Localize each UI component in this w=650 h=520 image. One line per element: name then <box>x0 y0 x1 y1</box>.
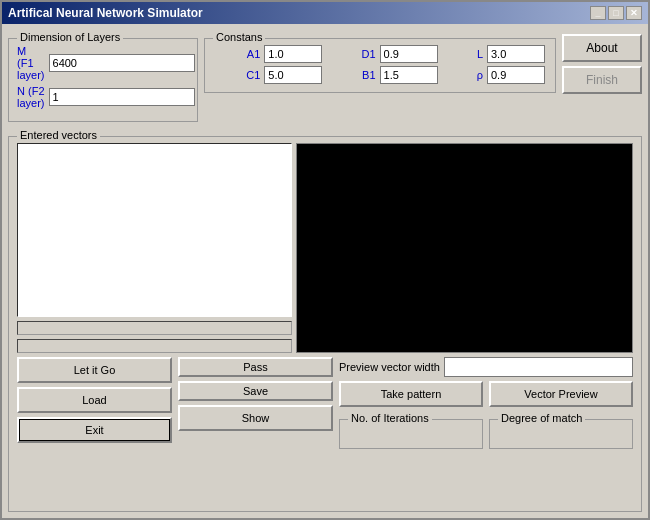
rho-label: ρ <box>444 69 483 81</box>
a1-input[interactable] <box>264 45 322 63</box>
top-row: Dimension of Layers M (F1 layer) N (F2 l… <box>8 30 642 122</box>
c1-label: C1 <box>213 69 260 81</box>
vector-list-area <box>17 143 292 353</box>
about-area: About Finish <box>562 34 642 94</box>
constants-grid: A1 D1 L C1 B1 ρ <box>213 45 547 84</box>
dimension-group-label: Dimension of Layers <box>17 31 123 43</box>
iterations-label: No. of Iterations <box>348 412 432 424</box>
rho-input[interactable] <box>487 66 545 84</box>
title-bar: Artifical Neural Network Simulator _ □ ✕ <box>2 2 648 24</box>
vector-hscrollbar[interactable] <box>17 321 292 335</box>
preview-width-input[interactable] <box>444 357 633 377</box>
dimension-group: Dimension of Layers M (F1 layer) N (F2 l… <box>8 38 198 122</box>
vector-preview-button[interactable]: Vector Preview <box>489 381 633 407</box>
vectors-content <box>17 143 633 353</box>
vectors-group-label: Entered vectors <box>17 129 100 141</box>
d1-label: D1 <box>328 48 375 60</box>
close-button[interactable]: ✕ <box>626 6 642 20</box>
finish-button[interactable]: Finish <box>562 66 642 94</box>
take-vector-row: Take pattern Vector Preview <box>339 381 633 407</box>
l-input[interactable] <box>487 45 545 63</box>
l-label: L <box>444 48 483 60</box>
maximize-button[interactable]: □ <box>608 6 624 20</box>
b1-input[interactable] <box>380 66 438 84</box>
vector-listbox[interactable] <box>17 143 292 317</box>
minimize-button[interactable]: _ <box>590 6 606 20</box>
left-buttons: Let it Go Load Exit <box>17 357 172 443</box>
constants-group: Constans A1 D1 L C1 B1 ρ <box>204 38 556 93</box>
let-it-go-button[interactable]: Let it Go <box>17 357 172 383</box>
window-title: Artifical Neural Network Simulator <box>8 6 203 20</box>
show-button[interactable]: Show <box>178 405 333 431</box>
preview-width-row: Preview vector width <box>339 357 633 377</box>
iterations-group: No. of Iterations <box>339 419 483 449</box>
a1-label: A1 <box>213 48 260 60</box>
vector-hscrollbar2[interactable] <box>17 339 292 353</box>
exit-row: Exit <box>17 417 172 443</box>
degree-label: Degree of match <box>498 412 585 424</box>
b1-label: B1 <box>328 69 375 81</box>
take-pattern-button[interactable]: Take pattern <box>339 381 483 407</box>
load-save-row: Load <box>17 387 172 413</box>
preview-width-label: Preview vector width <box>339 361 440 373</box>
degree-group: Degree of match <box>489 419 633 449</box>
vectors-group: Entered vectors Let it Go <box>8 136 642 512</box>
n-layer-row: N (F2 layer) <box>17 85 189 109</box>
main-window: Artifical Neural Network Simulator _ □ ✕… <box>0 0 650 520</box>
info-row: No. of Iterations Degree of match <box>339 411 633 449</box>
m-label: M (F1 layer) <box>17 45 45 81</box>
constants-group-label: Constans <box>213 31 265 43</box>
window-content: Dimension of Layers M (F1 layer) N (F2 l… <box>2 24 648 518</box>
about-button[interactable]: About <box>562 34 642 62</box>
n-label: N (F2 layer) <box>17 85 45 109</box>
bottom-controls: Let it Go Load Exit Pass Save Show <box>17 357 633 449</box>
middle-buttons: Pass Save Show <box>178 357 333 431</box>
exit-button[interactable]: Exit <box>17 417 172 443</box>
d1-input[interactable] <box>380 45 438 63</box>
right-controls: Preview vector width Take pattern Vector… <box>339 357 633 449</box>
preview-canvas <box>296 143 633 353</box>
m-layer-row: M (F1 layer) <box>17 45 189 81</box>
pass-button[interactable]: Pass <box>178 357 333 377</box>
c1-input[interactable] <box>264 66 322 84</box>
title-bar-buttons: _ □ ✕ <box>590 6 642 20</box>
n-input[interactable] <box>49 88 195 106</box>
save-button[interactable]: Save <box>178 381 333 401</box>
m-input[interactable] <box>49 54 195 72</box>
let-go-pass-row: Let it Go <box>17 357 172 383</box>
load-button[interactable]: Load <box>17 387 172 413</box>
